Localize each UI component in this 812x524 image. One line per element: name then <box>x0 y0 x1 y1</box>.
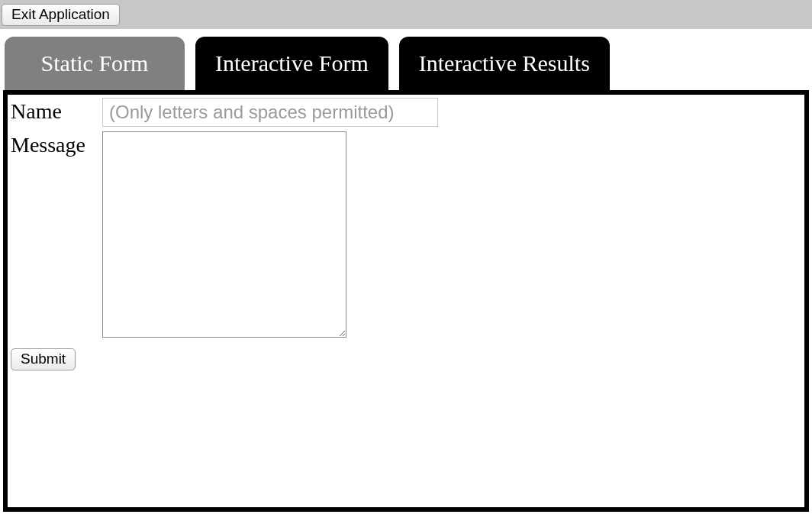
tab-interactive-form[interactable]: Interactive Form <box>195 37 388 90</box>
form-panel: Name Message Submit <box>3 90 809 512</box>
message-row: Message <box>11 131 801 338</box>
tab-static-form[interactable]: Static Form <box>5 37 185 90</box>
exit-application-button[interactable]: Exit Application <box>2 4 120 26</box>
name-label: Name <box>11 98 102 124</box>
name-input[interactable] <box>102 98 438 127</box>
name-row: Name <box>11 98 801 127</box>
submit-row: Submit <box>11 348 801 370</box>
tab-interactive-results[interactable]: Interactive Results <box>399 37 610 90</box>
message-label: Message <box>11 131 102 157</box>
top-toolbar: Exit Application <box>0 0 812 29</box>
message-textarea[interactable] <box>102 131 346 338</box>
app-root: Exit Application Static Form Interactive… <box>0 0 812 524</box>
tab-strip: Static Form Interactive Form Interactive… <box>0 29 812 90</box>
submit-button[interactable]: Submit <box>11 348 76 370</box>
